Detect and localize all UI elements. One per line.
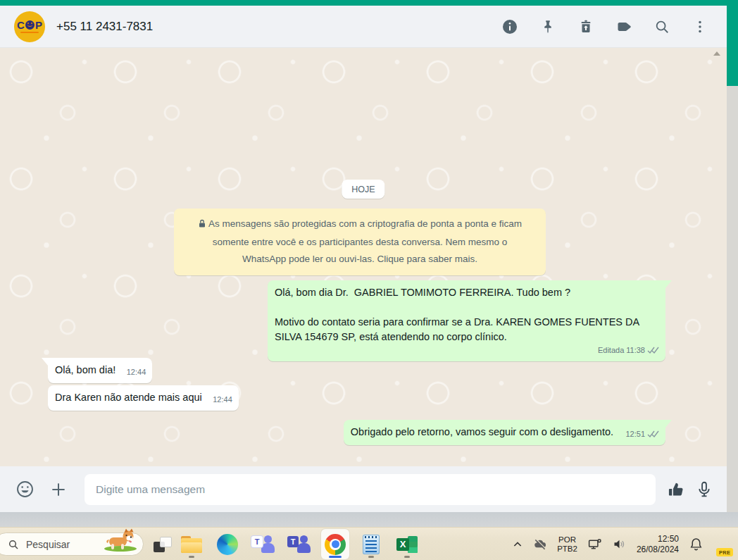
- file-explorer-button[interactable]: [177, 529, 206, 559]
- info-icon[interactable]: [501, 18, 518, 35]
- active-indicator: [329, 556, 342, 558]
- attach-plus-icon[interactable]: [48, 479, 69, 500]
- avatar-smiley-icon: [25, 20, 35, 30]
- app-frame-right-strip: [727, 6, 738, 86]
- encryption-notice-text: As mensagens são protegidas com a cripto…: [208, 218, 522, 264]
- system-tray: POR PTB2 12:50 26/08/2024 PRE: [512, 528, 732, 560]
- notepad-icon: [363, 535, 380, 554]
- search-icon[interactable]: [653, 18, 670, 35]
- encryption-notice[interactable]: As mensagens são protegidas com a cripto…: [174, 209, 546, 275]
- contact-avatar[interactable]: C P: [14, 11, 45, 42]
- windows-taskbar: Pesquisar: [0, 527, 738, 560]
- volume-icon[interactable]: [612, 537, 627, 552]
- message-text: Olá, bom dia Dr. GABRIEL TOMIMOTO FERREI…: [275, 285, 658, 300]
- menu-kebab-icon[interactable]: [692, 18, 708, 35]
- copilot-preview-badge: PRE: [716, 548, 733, 556]
- display-connect-icon[interactable]: [587, 537, 602, 552]
- search-label: Pesquisar: [26, 539, 70, 550]
- language-indicator[interactable]: POR PTB2: [557, 535, 577, 554]
- message-bubble-outgoing[interactable]: Olá, bom dia Dr. GABRIEL TOMIMOTO FERREI…: [268, 280, 665, 361]
- message-time: 12:51: [625, 427, 645, 442]
- teams-button[interactable]: T: [249, 529, 277, 559]
- notepad-button[interactable]: [357, 529, 385, 559]
- excel-icon: X: [396, 535, 418, 554]
- running-indicator: [368, 556, 374, 558]
- double-check-icon: [647, 347, 659, 354]
- chrome-icon: [325, 534, 346, 555]
- notifications-bell-icon[interactable]: [689, 537, 703, 552]
- teams-work-icon: T: [287, 534, 311, 555]
- file-explorer-icon: [181, 536, 202, 553]
- trash-restore-icon[interactable]: [577, 18, 594, 35]
- message-time: 12:44: [213, 392, 232, 407]
- microphone-icon[interactable]: [694, 479, 715, 500]
- pin-icon[interactable]: [539, 18, 556, 35]
- lock-icon: [198, 217, 206, 234]
- avatar-letter-c: C: [17, 20, 25, 30]
- copilot-preview-button[interactable]: PRE: [713, 535, 732, 554]
- scroll-up-arrow[interactable]: [713, 51, 720, 56]
- message-text: Olá, bom dia!: [55, 364, 115, 375]
- thumbs-up-icon[interactable]: [665, 479, 687, 500]
- teams-work-button[interactable]: T: [285, 529, 313, 559]
- task-view-button[interactable]: [154, 537, 172, 552]
- message-text: Dra Karen não atende mais aqui: [55, 392, 202, 403]
- clock-datetime[interactable]: 12:50 26/08/2024: [637, 534, 679, 555]
- message-composer: [0, 466, 727, 512]
- message-input[interactable]: [85, 474, 656, 505]
- edge-button[interactable]: [213, 529, 242, 559]
- search-dog-image: [101, 528, 139, 554]
- date-chip: HOJE: [342, 180, 384, 199]
- clock-time: 12:50: [637, 534, 679, 545]
- message-text: Obrigado pelo retorno, vamos seguir com …: [351, 426, 613, 437]
- chrome-button[interactable]: [321, 529, 349, 559]
- running-indicator: [404, 556, 410, 558]
- whatsapp-window: C P +55 11 2431-7831: [0, 6, 727, 512]
- avatar-letter-p: P: [35, 20, 42, 30]
- app-frame-top-strip: [0, 0, 738, 6]
- contact-phone-number[interactable]: +55 11 2431-7831: [56, 20, 153, 34]
- taskbar-search-box[interactable]: Pesquisar: [0, 533, 144, 556]
- label-icon[interactable]: [615, 18, 632, 35]
- excel-button[interactable]: X: [393, 529, 421, 559]
- message-bubble-outgoing[interactable]: Obrigado pelo retorno, vamos seguir com …: [344, 420, 665, 445]
- running-indicator: [189, 556, 194, 558]
- teams-icon: T: [251, 534, 275, 555]
- edge-icon: [217, 534, 238, 555]
- emoji-icon[interactable]: [14, 479, 35, 500]
- message-text: Motivo do contato seria para confirmar s…: [275, 315, 658, 344]
- search-icon: [8, 539, 19, 550]
- message-time: 11:38: [626, 343, 645, 358]
- onedrive-paused-icon[interactable]: [533, 537, 547, 552]
- desktop-right-strip: [727, 86, 738, 527]
- message-bubble-incoming[interactable]: Olá, bom dia! 12:44: [48, 358, 152, 383]
- edited-label: Editada: [598, 343, 624, 358]
- message-time: 12:44: [127, 365, 146, 380]
- double-check-icon: [647, 430, 659, 438]
- message-bubble-incoming[interactable]: Dra Karen não atende mais aqui 12:44: [48, 385, 239, 411]
- chat-header: C P +55 11 2431-7831: [0, 6, 727, 48]
- header-actions: [501, 18, 708, 35]
- avatar-tagline: [20, 32, 39, 33]
- conversation-area: HOJE As mensagens são protegidas com a c…: [0, 48, 727, 466]
- tray-chevron-up-icon[interactable]: [512, 539, 523, 550]
- clock-date: 26/08/2024: [637, 545, 679, 555]
- taskbar-apps: T T X: [177, 529, 421, 559]
- window-bottom-strip: [0, 512, 738, 527]
